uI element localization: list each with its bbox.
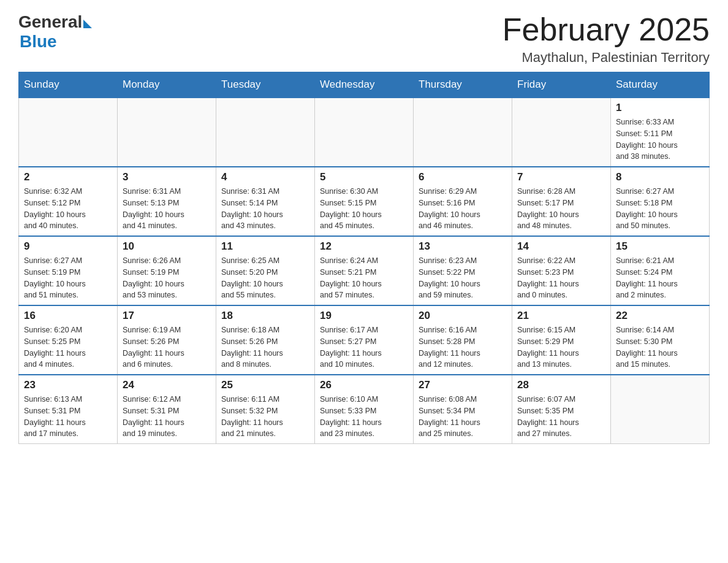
day-number: 18 — [221, 310, 309, 322]
calendar-cell: 26Sunrise: 6:10 AM Sunset: 5:33 PM Dayli… — [315, 375, 414, 444]
calendar-cell: 22Sunrise: 6:14 AM Sunset: 5:30 PM Dayli… — [611, 305, 710, 375]
calendar-week-row-4: 23Sunrise: 6:13 AM Sunset: 5:31 PM Dayli… — [19, 375, 710, 444]
day-info: Sunrise: 6:32 AM Sunset: 5:12 PM Dayligh… — [24, 186, 112, 232]
calendar-cell: 7Sunrise: 6:28 AM Sunset: 5:17 PM Daylig… — [512, 167, 611, 236]
day-number: 12 — [320, 240, 408, 253]
day-info: Sunrise: 6:17 AM Sunset: 5:27 PM Dayligh… — [320, 324, 408, 370]
calendar-cell: 15Sunrise: 6:21 AM Sunset: 5:24 PM Dayli… — [611, 236, 710, 305]
day-info: Sunrise: 6:15 AM Sunset: 5:29 PM Dayligh… — [517, 324, 605, 370]
day-number: 19 — [320, 310, 408, 322]
calendar-cell — [315, 98, 414, 167]
day-info: Sunrise: 6:25 AM Sunset: 5:20 PM Dayligh… — [221, 255, 309, 301]
calendar-cell: 11Sunrise: 6:25 AM Sunset: 5:20 PM Dayli… — [216, 236, 315, 305]
day-number: 13 — [419, 240, 507, 253]
day-info: Sunrise: 6:19 AM Sunset: 5:26 PM Dayligh… — [123, 324, 211, 370]
calendar-header-tuesday: Tuesday — [216, 72, 315, 98]
day-number: 20 — [419, 310, 507, 322]
calendar-cell: 10Sunrise: 6:26 AM Sunset: 5:19 PM Dayli… — [118, 236, 216, 305]
day-number: 24 — [123, 379, 211, 391]
logo-triangle-icon — [83, 20, 92, 28]
logo-blue-text: Blue — [20, 32, 57, 51]
day-number: 28 — [517, 379, 605, 391]
day-info: Sunrise: 6:08 AM Sunset: 5:34 PM Dayligh… — [419, 394, 507, 440]
location-title: Maythalun, Palestinian Territory — [502, 50, 710, 66]
day-number: 14 — [517, 240, 605, 253]
day-number: 1 — [616, 102, 704, 114]
day-info: Sunrise: 6:20 AM Sunset: 5:25 PM Dayligh… — [24, 324, 112, 370]
day-info: Sunrise: 6:26 AM Sunset: 5:19 PM Dayligh… — [123, 255, 211, 301]
calendar-cell: 6Sunrise: 6:29 AM Sunset: 5:16 PM Daylig… — [414, 167, 512, 236]
day-number: 25 — [221, 379, 309, 391]
day-info: Sunrise: 6:11 AM Sunset: 5:32 PM Dayligh… — [221, 394, 309, 440]
calendar-header-friday: Friday — [512, 72, 611, 98]
day-info: Sunrise: 6:33 AM Sunset: 5:11 PM Dayligh… — [616, 117, 704, 163]
day-number: 16 — [24, 310, 112, 322]
calendar-cell: 2Sunrise: 6:32 AM Sunset: 5:12 PM Daylig… — [19, 167, 118, 236]
calendar-cell — [512, 98, 611, 167]
day-number: 15 — [616, 240, 704, 253]
calendar-cell — [611, 375, 710, 444]
day-number: 8 — [616, 171, 704, 183]
calendar-cell: 20Sunrise: 6:16 AM Sunset: 5:28 PM Dayli… — [414, 305, 512, 375]
calendar-cell: 14Sunrise: 6:22 AM Sunset: 5:23 PM Dayli… — [512, 236, 611, 305]
day-info: Sunrise: 6:22 AM Sunset: 5:23 PM Dayligh… — [517, 255, 605, 301]
month-title: February 2025 — [502, 12, 710, 47]
calendar-header-monday: Monday — [118, 72, 216, 98]
day-info: Sunrise: 6:12 AM Sunset: 5:31 PM Dayligh… — [123, 394, 211, 440]
day-number: 11 — [221, 240, 309, 253]
day-info: Sunrise: 6:31 AM Sunset: 5:13 PM Dayligh… — [123, 186, 211, 232]
day-info: Sunrise: 6:28 AM Sunset: 5:17 PM Dayligh… — [517, 186, 605, 232]
day-info: Sunrise: 6:31 AM Sunset: 5:14 PM Dayligh… — [221, 186, 309, 232]
day-info: Sunrise: 6:30 AM Sunset: 5:15 PM Dayligh… — [320, 186, 408, 232]
day-info: Sunrise: 6:18 AM Sunset: 5:26 PM Dayligh… — [221, 324, 309, 370]
calendar-cell: 19Sunrise: 6:17 AM Sunset: 5:27 PM Dayli… — [315, 305, 414, 375]
calendar-header-wednesday: Wednesday — [315, 72, 414, 98]
day-number: 5 — [320, 171, 408, 183]
calendar-header-thursday: Thursday — [414, 72, 512, 98]
day-info: Sunrise: 6:07 AM Sunset: 5:35 PM Dayligh… — [517, 394, 605, 440]
day-info: Sunrise: 6:23 AM Sunset: 5:22 PM Dayligh… — [419, 255, 507, 301]
calendar-week-row-1: 2Sunrise: 6:32 AM Sunset: 5:12 PM Daylig… — [19, 167, 710, 236]
day-number: 17 — [123, 310, 211, 322]
calendar-cell: 12Sunrise: 6:24 AM Sunset: 5:21 PM Dayli… — [315, 236, 414, 305]
day-info: Sunrise: 6:16 AM Sunset: 5:28 PM Dayligh… — [419, 324, 507, 370]
calendar-cell: 4Sunrise: 6:31 AM Sunset: 5:14 PM Daylig… — [216, 167, 315, 236]
day-number: 21 — [517, 310, 605, 322]
day-info: Sunrise: 6:27 AM Sunset: 5:18 PM Dayligh… — [616, 186, 704, 232]
day-number: 7 — [517, 171, 605, 183]
calendar-week-row-3: 16Sunrise: 6:20 AM Sunset: 5:25 PM Dayli… — [19, 305, 710, 375]
calendar-week-row-2: 9Sunrise: 6:27 AM Sunset: 5:19 PM Daylig… — [19, 236, 710, 305]
calendar-cell: 21Sunrise: 6:15 AM Sunset: 5:29 PM Dayli… — [512, 305, 611, 375]
day-info: Sunrise: 6:10 AM Sunset: 5:33 PM Dayligh… — [320, 394, 408, 440]
calendar-table: SundayMondayTuesdayWednesdayThursdayFrid… — [18, 72, 710, 444]
day-info: Sunrise: 6:13 AM Sunset: 5:31 PM Dayligh… — [24, 394, 112, 440]
calendar-cell: 23Sunrise: 6:13 AM Sunset: 5:31 PM Dayli… — [19, 375, 118, 444]
calendar-header-row: SundayMondayTuesdayWednesdayThursdayFrid… — [19, 72, 710, 98]
day-number: 23 — [24, 379, 112, 391]
day-number: 9 — [24, 240, 112, 253]
page-header: General Blue February 2025 Maythalun, Pa… — [18, 12, 710, 66]
calendar-cell: 25Sunrise: 6:11 AM Sunset: 5:32 PM Dayli… — [216, 375, 315, 444]
day-number: 22 — [616, 310, 704, 322]
calendar-cell — [19, 98, 118, 167]
calendar-cell: 28Sunrise: 6:07 AM Sunset: 5:35 PM Dayli… — [512, 375, 611, 444]
logo: General Blue — [18, 12, 92, 52]
calendar-cell: 16Sunrise: 6:20 AM Sunset: 5:25 PM Dayli… — [19, 305, 118, 375]
calendar-cell: 24Sunrise: 6:12 AM Sunset: 5:31 PM Dayli… — [118, 375, 216, 444]
calendar-cell: 8Sunrise: 6:27 AM Sunset: 5:18 PM Daylig… — [611, 167, 710, 236]
day-number: 10 — [123, 240, 211, 253]
day-number: 3 — [123, 171, 211, 183]
calendar-header-sunday: Sunday — [19, 72, 118, 98]
calendar-header-saturday: Saturday — [611, 72, 710, 98]
day-number: 27 — [419, 379, 507, 391]
calendar-cell: 13Sunrise: 6:23 AM Sunset: 5:22 PM Dayli… — [414, 236, 512, 305]
calendar-cell: 1Sunrise: 6:33 AM Sunset: 5:11 PM Daylig… — [611, 98, 710, 167]
calendar-cell: 17Sunrise: 6:19 AM Sunset: 5:26 PM Dayli… — [118, 305, 216, 375]
calendar-cell: 5Sunrise: 6:30 AM Sunset: 5:15 PM Daylig… — [315, 167, 414, 236]
calendar-cell — [414, 98, 512, 167]
calendar-week-row-0: 1Sunrise: 6:33 AM Sunset: 5:11 PM Daylig… — [19, 98, 710, 167]
title-section: February 2025 Maythalun, Palestinian Ter… — [502, 12, 710, 66]
day-number: 4 — [221, 171, 309, 183]
calendar-cell: 27Sunrise: 6:08 AM Sunset: 5:34 PM Dayli… — [414, 375, 512, 444]
calendar-cell: 3Sunrise: 6:31 AM Sunset: 5:13 PM Daylig… — [118, 167, 216, 236]
